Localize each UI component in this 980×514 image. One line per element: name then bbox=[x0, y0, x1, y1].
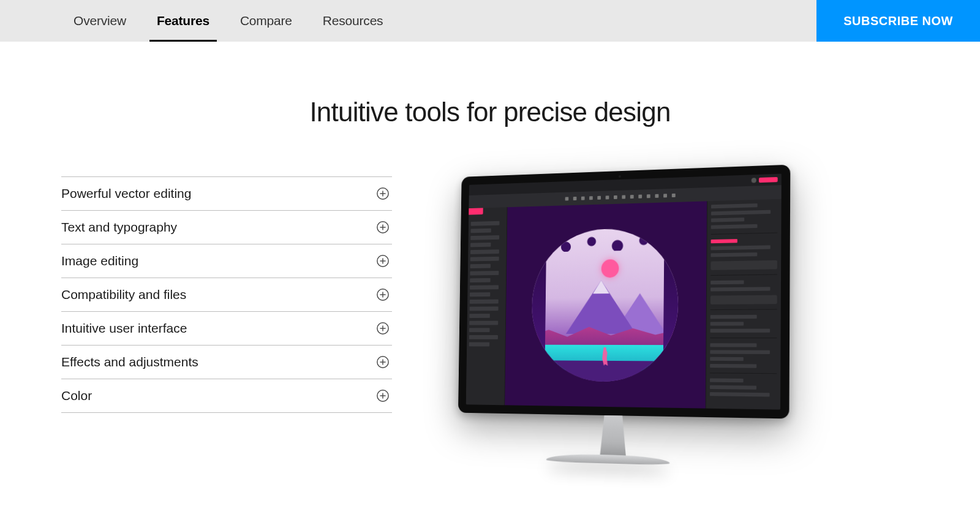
top-navigation: Overview Features Compare Resources SUBS… bbox=[0, 0, 980, 42]
accordion-label: Image editing bbox=[61, 254, 138, 268]
accordion-item-text-typography[interactable]: Text and typography bbox=[61, 210, 392, 244]
monitor-stand-neck bbox=[592, 415, 634, 459]
product-monitor-mockup bbox=[429, 170, 821, 501]
tab-resources[interactable]: Resources bbox=[323, 0, 383, 42]
plus-circle-icon bbox=[376, 221, 390, 234]
plus-circle-icon bbox=[376, 288, 390, 301]
tab-compare[interactable]: Compare bbox=[240, 0, 292, 42]
app-canvas bbox=[505, 201, 707, 408]
accordion-item-compatibility-files[interactable]: Compatibility and files bbox=[61, 278, 392, 311]
accordion-label: Text and typography bbox=[61, 220, 177, 235]
accordion-item-intuitive-ui[interactable]: Intuitive user interface bbox=[61, 311, 392, 345]
app-properties-panel bbox=[706, 199, 782, 410]
canvas-artwork bbox=[531, 227, 679, 382]
plus-circle-icon bbox=[376, 355, 390, 369]
accordion-label: Compatibility and files bbox=[61, 287, 186, 302]
page-title: Intuitive tools for precise design bbox=[0, 97, 980, 127]
accordion-label: Color bbox=[61, 388, 92, 403]
plus-circle-icon bbox=[376, 389, 390, 403]
subscribe-now-button[interactable]: SUBSCRIBE NOW bbox=[816, 0, 980, 42]
accordion-label: Intuitive user interface bbox=[61, 321, 187, 336]
content-row: Powerful vector editing Text and typogra… bbox=[0, 170, 980, 501]
feature-accordion: Powerful vector editing Text and typogra… bbox=[61, 176, 392, 413]
nav-tabs: Overview Features Compare Resources bbox=[74, 0, 383, 42]
app-layers-panel bbox=[466, 207, 508, 405]
tab-overview[interactable]: Overview bbox=[74, 0, 126, 42]
plus-circle-icon bbox=[376, 254, 390, 268]
accordion-item-image-editing[interactable]: Image editing bbox=[61, 244, 392, 278]
accordion-item-vector-editing[interactable]: Powerful vector editing bbox=[61, 176, 392, 210]
accordion-label: Effects and adjustments bbox=[61, 355, 198, 369]
plus-circle-icon bbox=[376, 187, 390, 200]
accordion-item-color[interactable]: Color bbox=[61, 379, 392, 413]
accordion-item-effects-adjustments[interactable]: Effects and adjustments bbox=[61, 345, 392, 379]
monitor-screen bbox=[458, 165, 790, 419]
tab-features[interactable]: Features bbox=[157, 0, 209, 42]
accordion-label: Powerful vector editing bbox=[61, 186, 191, 201]
plus-circle-icon bbox=[376, 322, 390, 335]
design-app-screenshot bbox=[466, 174, 782, 410]
